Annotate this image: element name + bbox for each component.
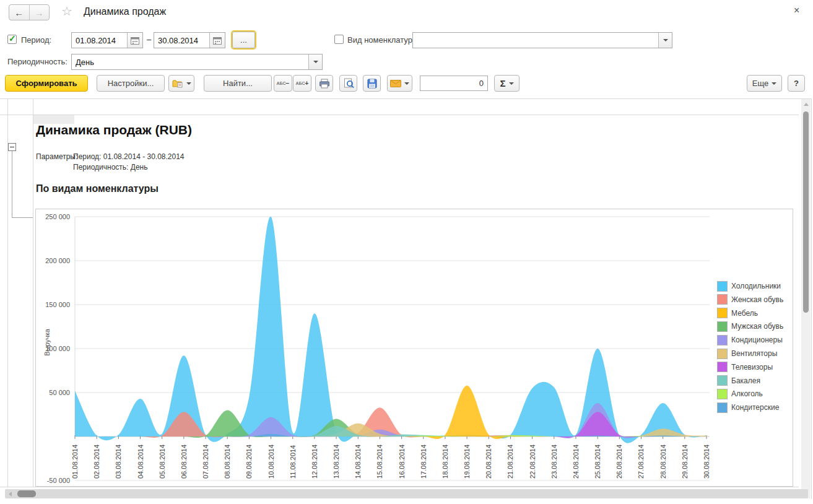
legend-item: Кондитерские <box>717 401 779 414</box>
counter-field <box>420 76 488 91</box>
group-collapse-box[interactable] <box>8 143 16 151</box>
expand-groups-button[interactable]: АБС+ <box>293 75 311 92</box>
x-tick-label: 12.08.2014 <box>311 445 318 479</box>
legend-label: Бакалея <box>731 376 760 385</box>
favorite-star-icon[interactable]: ☆ <box>61 4 72 19</box>
back-button[interactable]: ← <box>9 5 30 20</box>
x-tick-label: 08.08.2014 <box>224 445 231 479</box>
collapse-groups-button[interactable]: АБС− <box>274 75 292 92</box>
save-button[interactable] <box>363 75 381 92</box>
legend-swatch <box>717 375 728 386</box>
x-tick-label: 15.08.2014 <box>376 445 383 479</box>
nomenclature-input[interactable] <box>413 33 658 48</box>
x-tick-label: 23.08.2014 <box>550 445 558 479</box>
checkmark-icon: ✓ <box>9 33 16 43</box>
find-button[interactable]: Найти... <box>204 75 272 92</box>
y-tick-label: -50 000 <box>47 477 70 484</box>
chevron-down-icon <box>186 82 191 85</box>
close-icon[interactable]: × <box>794 5 799 16</box>
series-area <box>75 217 706 443</box>
x-tick-label: 17.08.2014 <box>420 445 427 479</box>
x-tick-label: 30.08.2014 <box>703 445 710 479</box>
generate-button[interactable]: Сформировать <box>5 75 88 92</box>
x-tick-label: 01.08.2014 <box>71 445 79 479</box>
period-more-button[interactable]: ... <box>232 32 255 48</box>
periodicity-input[interactable] <box>72 54 308 69</box>
legend-swatch <box>717 294 728 305</box>
legend-label: Женская обувь <box>731 295 783 304</box>
legend-swatch <box>717 308 728 318</box>
legend-item: Телевизоры <box>717 361 773 373</box>
legend-label: Мужская обувь <box>731 322 783 331</box>
settings-button[interactable]: Настройки... <box>97 75 165 92</box>
report-param-period: Период: 01.08.2014 - 30.08.2014 <box>73 152 185 161</box>
y-tick-label: 150 000 <box>45 301 70 308</box>
report-title: Динамика продаж (RUB) <box>36 123 192 137</box>
x-tick-label: 27.08.2014 <box>637 445 645 479</box>
sum-button[interactable]: Σ <box>494 75 520 92</box>
x-tick-label: 19.08.2014 <box>463 445 471 479</box>
collapse-groups-icon: АБС− <box>277 81 290 85</box>
x-tick-label: 29.08.2014 <box>681 445 689 479</box>
nomenclature-dropdown-button[interactable] <box>658 33 672 48</box>
nomenclature-label: Вид номенклатуры: <box>347 35 420 45</box>
y-axis-title: Выручка <box>43 328 51 356</box>
counter-input[interactable] <box>420 76 487 90</box>
print-button[interactable] <box>315 75 333 92</box>
forward-button[interactable]: → <box>30 5 50 20</box>
legend-item: Мебель <box>717 307 758 319</box>
send-email-button[interactable] <box>387 75 412 92</box>
legend-label: Телевизоры <box>731 363 773 371</box>
legend-label: Кондиционеры <box>731 336 783 344</box>
preview-icon <box>343 78 354 89</box>
legend-item: Бакалея <box>717 375 760 387</box>
more-button[interactable]: Еще <box>747 75 782 92</box>
sales-dynamics-chart: -50 00050 000100 000150 000200 000250 00… <box>35 209 793 487</box>
group-bracket-vline <box>12 151 12 217</box>
legend-item: Кондиционеры <box>717 334 783 346</box>
group-bracket-hline <box>12 217 33 218</box>
periodicity-dropdown-button[interactable] <box>308 54 322 69</box>
report-column-line <box>33 98 33 487</box>
period-from-input[interactable] <box>72 33 127 48</box>
scroll-up-icon[interactable] <box>804 103 809 106</box>
chevron-down-icon <box>772 82 776 85</box>
scroll-left-icon[interactable] <box>9 492 12 497</box>
x-tick-label: 26.08.2014 <box>615 445 623 479</box>
period-label: Период: <box>21 35 51 45</box>
horizontal-scrollbar-thumb[interactable] <box>17 490 36 497</box>
chevron-down-icon <box>663 39 668 41</box>
period-to-input[interactable] <box>154 33 209 48</box>
legend-item: Женская обувь <box>717 293 783 306</box>
chart-canvas: -50 00050 000100 000150 000200 000250 00… <box>36 209 793 486</box>
legend-item: Вентиляторы <box>717 347 777 360</box>
help-button[interactable]: ? <box>788 75 805 92</box>
legend-swatch <box>717 362 728 372</box>
calendar-picker-button[interactable] <box>209 33 225 48</box>
envelope-icon <box>390 80 401 87</box>
horizontal-scrollbar-track[interactable] <box>5 489 808 498</box>
x-tick-label: 06.08.2014 <box>180 445 188 479</box>
nomenclature-checkbox[interactable] <box>334 35 344 44</box>
x-tick-label: 05.08.2014 <box>159 445 166 479</box>
chevron-down-icon <box>404 82 409 85</box>
legend-item: Мужская обувь <box>717 320 783 332</box>
report-column-line <box>7 98 8 487</box>
report-variants-button[interactable] <box>168 75 194 92</box>
preview-button[interactable] <box>339 75 357 92</box>
legend-swatch <box>717 335 728 345</box>
nomenclature-combobox <box>412 32 672 48</box>
period-to-field <box>154 32 225 48</box>
legend-swatch <box>717 389 728 399</box>
calendar-picker-button[interactable] <box>127 33 142 48</box>
legend-swatch <box>717 349 728 359</box>
legend-swatch <box>717 402 728 413</box>
legend-label: Мебель <box>731 309 758 318</box>
legend-item: Холодильники <box>717 280 781 292</box>
vertical-scrollbar-thumb[interactable] <box>803 111 809 313</box>
period-dash: – <box>147 35 151 44</box>
report-section-title: По видам номенклатуры <box>36 183 159 194</box>
x-tick-label: 11.08.2014 <box>289 445 297 479</box>
period-checkbox[interactable]: ✓ <box>7 35 17 44</box>
legend-label: Кондитерские <box>731 403 779 412</box>
